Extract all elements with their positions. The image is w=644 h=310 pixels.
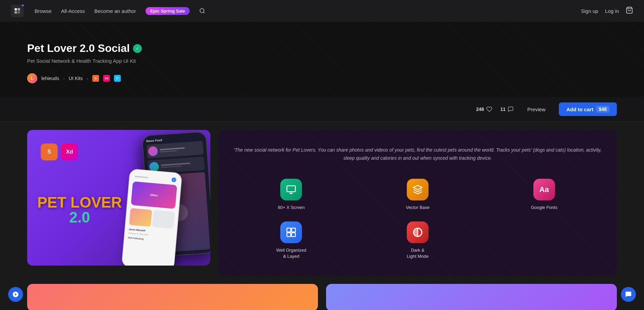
- add-to-cart-button[interactable]: Add to cart $48: [559, 102, 617, 116]
- browse-link[interactable]: Browse: [35, 8, 52, 14]
- float-right-button[interactable]: [621, 287, 636, 302]
- pet-lover-title: PET LOVER: [37, 195, 122, 210]
- feed-content-1: [160, 146, 202, 153]
- comments-count: 11: [500, 106, 506, 112]
- fonts-icon-text: Aa: [539, 185, 549, 194]
- info-description: 'The new social network for Pet Lovers. …: [232, 146, 603, 162]
- sketch-badge: S: [92, 75, 99, 82]
- svg-point-4: [200, 8, 204, 13]
- feature-icon-vector: [407, 179, 429, 200]
- svg-rect-2: [15, 11, 17, 14]
- hero-content: Pet Lover 2.0 Social ✓ Pet Social Networ…: [27, 42, 617, 83]
- feed-line-2: [160, 150, 177, 152]
- actions-bar: 248 11 Preview Add to cart $48: [0, 97, 644, 122]
- xd-icon-large: Xd: [61, 143, 78, 160]
- sale-badge[interactable]: Epic Spring Sale: [146, 7, 190, 15]
- xd-badge: Xd: [103, 75, 110, 82]
- product-meta: L lehieuds › UI Kits › S Xd F: [27, 73, 617, 83]
- feature-item-darkmode: Dark & Light Mode: [359, 221, 477, 259]
- product-image-card: S Xd PET LOVER 2.0 News Feed: [27, 130, 210, 266]
- float-left-button[interactable]: [8, 287, 23, 302]
- category-link[interactable]: UI Kits: [69, 76, 83, 81]
- feature-icon-fonts: Aa: [533, 179, 555, 200]
- phone-grid: [129, 208, 175, 229]
- pet-lover-text: PET LOVER 2.0: [37, 195, 122, 225]
- product-subtitle: Pet Social Network & Health Tracking App…: [27, 58, 617, 64]
- figma-badge: F: [114, 75, 121, 82]
- search-button[interactable]: [199, 8, 205, 14]
- phone-mockups-group: News Feed: [139, 133, 210, 262]
- login-link[interactable]: Log in: [605, 8, 619, 14]
- product-title-row: Pet Lover 2.0 Social ✓: [27, 42, 617, 55]
- likes-count: 248: [476, 106, 484, 112]
- phone-stat-1: 253 Following: [128, 236, 144, 240]
- main-content: S Xd PET LOVER 2.0 News Feed: [0, 122, 644, 284]
- svg-line-5: [204, 12, 205, 13]
- price-tag: $48: [596, 106, 609, 113]
- preview-button[interactable]: Preview: [522, 104, 551, 115]
- nav-right: Sign up Log in: [581, 6, 633, 16]
- product-info-section: 'The new social network for Pet Lovers. …: [219, 130, 617, 276]
- phone-screen-secondary: + Effect Jason Maxwell Dreamer & I: [122, 169, 182, 266]
- tool-icons-row: S Xd: [41, 143, 78, 160]
- author-name[interactable]: lehieuds: [41, 76, 59, 81]
- cart-button[interactable]: [626, 6, 633, 16]
- info-content: 'The new social network for Pet Lovers. …: [232, 146, 603, 259]
- bottom-preview: [0, 284, 644, 310]
- svg-rect-0: [15, 8, 17, 11]
- become-author-link[interactable]: Become an author: [94, 8, 136, 14]
- svg-rect-7: [287, 186, 296, 192]
- phone-banner: Effect: [131, 181, 177, 209]
- features-grid: 80+ X Screen Vector Base: [232, 179, 603, 260]
- navbar: Browse All-Access Become an author Epic …: [0, 0, 644, 22]
- likes-stat[interactable]: 248: [476, 106, 492, 112]
- news-feed-item-1: [147, 141, 204, 158]
- feature-item-fonts: Aa Google Fonts: [485, 179, 603, 211]
- feed-content-2: [161, 162, 203, 168]
- svg-rect-11: [292, 228, 296, 232]
- notification-dot: +: [171, 177, 176, 182]
- add-cart-label: Add to cart: [566, 106, 593, 112]
- sketch-icon-large: S: [41, 143, 58, 160]
- feature-item-organized: Well Organized & Layed: [232, 221, 351, 259]
- logo-badge: [21, 4, 24, 7]
- grid-item-1: [129, 208, 152, 227]
- feature-icon-screens: [280, 179, 302, 200]
- feature-item-vector: Vector Base: [359, 179, 477, 211]
- signup-link[interactable]: Sign up: [581, 8, 598, 14]
- feature-label-screens: 80+ X Screen: [278, 205, 305, 211]
- feed-line-3: [161, 162, 190, 166]
- svg-rect-3: [18, 11, 20, 14]
- feature-icon-darkmode: [407, 221, 429, 243]
- feature-label-organized: Well Organized & Layed: [276, 247, 306, 259]
- logo[interactable]: [11, 4, 24, 17]
- author-avatar: L: [27, 73, 37, 83]
- breadcrumb-sep: ›: [63, 76, 64, 81]
- comments-stat[interactable]: 11: [500, 106, 514, 112]
- avatar-1: [148, 146, 158, 156]
- feature-item-screens: 80+ X Screen: [232, 179, 351, 211]
- nav-links: Browse All-Access Become an author Epic …: [35, 7, 581, 15]
- feature-label-fonts: Google Fonts: [531, 205, 557, 211]
- feature-icon-organized: [280, 221, 302, 243]
- svg-rect-10: [287, 228, 291, 232]
- signal-bars: [135, 176, 148, 178]
- preview-card-purple: [326, 284, 617, 310]
- preview-card-coral: [27, 284, 318, 310]
- product-title: Pet Lover 2.0 Social: [27, 42, 130, 55]
- feed-line-4: [161, 166, 182, 168]
- phone-secondary: + Effect Jason Maxwell Dreamer & I: [121, 169, 183, 266]
- svg-rect-13: [292, 233, 296, 236]
- all-access-link[interactable]: All-Access: [61, 8, 85, 14]
- svg-rect-12: [287, 233, 291, 236]
- feature-label-vector: Vector Base: [406, 205, 430, 211]
- product-image-section: S Xd PET LOVER 2.0 News Feed: [27, 130, 210, 276]
- hero-section: Pet Lover 2.0 Social ✓ Pet Social Networ…: [0, 22, 644, 97]
- feature-label-darkmode: Dark & Light Mode: [407, 247, 429, 259]
- svg-rect-1: [18, 8, 20, 11]
- grid-item-2: [152, 210, 175, 229]
- grid-color-1: [129, 208, 152, 227]
- breadcrumb-sep-2: ›: [87, 76, 88, 81]
- phone-banner-text: Effect: [150, 193, 158, 197]
- logo-icon: [11, 4, 24, 17]
